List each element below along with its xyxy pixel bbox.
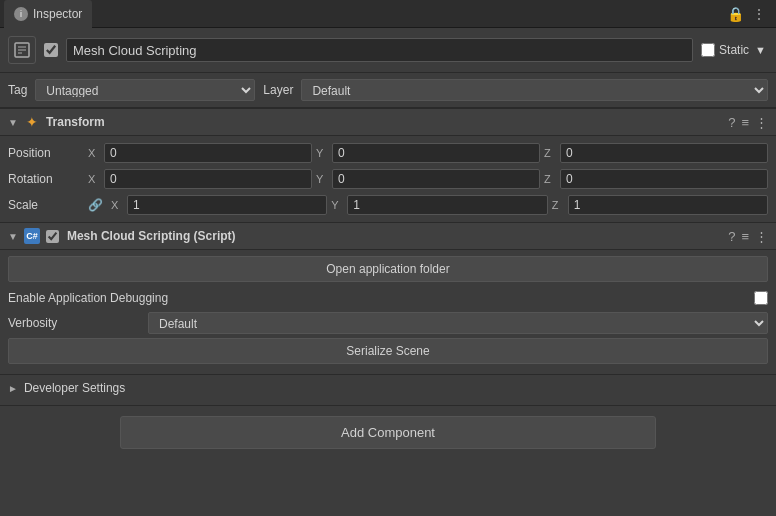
script-settings-button[interactable]: ≡ xyxy=(741,229,749,244)
rot-x-label: X xyxy=(88,173,100,185)
add-component-button[interactable]: Add Component xyxy=(120,416,656,449)
tag-layer-row: Tag Untagged Layer Default xyxy=(0,73,776,108)
tag-label: Tag xyxy=(8,83,27,97)
script-help-button[interactable]: ? xyxy=(728,229,735,244)
object-icon xyxy=(8,36,36,64)
transform-actions: ? ≡ ⋮ xyxy=(728,115,768,130)
verbosity-select[interactable]: Default xyxy=(148,312,768,334)
layer-select[interactable]: Default xyxy=(301,79,768,101)
scale-xyz-group: 🔗 X Y Z xyxy=(88,195,768,215)
rot-x-input[interactable] xyxy=(104,169,312,189)
pos-z-input[interactable] xyxy=(560,143,768,163)
static-label: Static xyxy=(719,43,749,57)
script-title: Mesh Cloud Scripting (Script) xyxy=(67,229,722,243)
script-chevron-icon: ▼ xyxy=(8,231,18,242)
developer-settings-label: Developer Settings xyxy=(24,381,125,395)
scl-z-input[interactable] xyxy=(568,195,768,215)
scale-row: Scale 🔗 X Y Z xyxy=(8,192,768,218)
script-section-header[interactable]: ▼ C# Mesh Cloud Scripting (Script) ? ≡ ⋮ xyxy=(0,222,776,250)
enable-debug-checkbox[interactable] xyxy=(754,291,768,305)
transform-help-button[interactable]: ? xyxy=(728,115,735,130)
enable-debug-label: Enable Application Debugging xyxy=(8,291,754,305)
rot-z-label: Z xyxy=(544,173,556,185)
position-row: Position X Y Z xyxy=(8,140,768,166)
enable-debug-row: Enable Application Debugging xyxy=(8,288,768,308)
script-actions: ? ≡ ⋮ xyxy=(728,229,768,244)
open-folder-button[interactable]: Open application folder xyxy=(8,256,768,282)
scl-z-label: Z xyxy=(552,199,564,211)
script-icon: C# xyxy=(24,228,40,244)
tab-bar: i Inspector 🔒 ⋮ xyxy=(0,0,776,28)
transform-title: Transform xyxy=(46,115,722,129)
rot-y-input[interactable] xyxy=(332,169,540,189)
add-component-area: Add Component xyxy=(0,405,776,459)
position-xyz-group: X Y Z xyxy=(88,143,768,163)
tab-actions: 🔒 ⋮ xyxy=(727,6,772,22)
inspector-tab-label: Inspector xyxy=(33,7,82,21)
rotation-label: Rotation xyxy=(8,172,88,186)
verbosity-row: Verbosity Default xyxy=(8,312,768,334)
transform-icon: ✦ xyxy=(24,114,40,130)
object-name-input[interactable] xyxy=(66,38,693,62)
pos-x-label: X xyxy=(88,147,100,159)
script-body: Open application folder Enable Applicati… xyxy=(0,250,776,374)
lock-button[interactable]: 🔒 xyxy=(727,6,744,22)
static-dropdown-button[interactable]: ▼ xyxy=(753,44,768,56)
layer-label: Layer xyxy=(263,83,293,97)
static-group: Static ▼ xyxy=(701,43,768,57)
rot-y-label: Y xyxy=(316,173,328,185)
scl-y-label: Y xyxy=(331,199,343,211)
inspector-tab[interactable]: i Inspector xyxy=(4,0,92,28)
pos-y-label: Y xyxy=(316,147,328,159)
tab-menu-button[interactable]: ⋮ xyxy=(752,6,766,22)
pos-z-label: Z xyxy=(544,147,556,159)
serialize-scene-button[interactable]: Serialize Scene xyxy=(8,338,768,364)
scale-lock-icon: 🔗 xyxy=(88,198,103,212)
script-menu-button[interactable]: ⋮ xyxy=(755,229,768,244)
tag-select[interactable]: Untagged xyxy=(35,79,255,101)
rotation-row: Rotation X Y Z xyxy=(8,166,768,192)
transform-body: Position X Y Z Rotation X Y Z Scale 🔗 X … xyxy=(0,136,776,222)
pos-x-input[interactable] xyxy=(104,143,312,163)
scl-x-label: X xyxy=(111,199,123,211)
object-header: Static ▼ xyxy=(0,28,776,73)
transform-section-header[interactable]: ▼ ✦ Transform ? ≡ ⋮ xyxy=(0,108,776,136)
developer-settings-header[interactable]: ► Developer Settings xyxy=(0,374,776,401)
scl-y-input[interactable] xyxy=(347,195,547,215)
transform-menu-button[interactable]: ⋮ xyxy=(755,115,768,130)
object-enabled-checkbox[interactable] xyxy=(44,43,58,57)
pos-y-input[interactable] xyxy=(332,143,540,163)
rot-z-input[interactable] xyxy=(560,169,768,189)
scale-label: Scale xyxy=(8,198,88,212)
dev-settings-chevron-icon: ► xyxy=(8,383,18,394)
script-enabled-checkbox[interactable] xyxy=(46,230,59,243)
static-checkbox[interactable] xyxy=(701,43,715,57)
transform-settings-button[interactable]: ≡ xyxy=(741,115,749,130)
transform-chevron-icon: ▼ xyxy=(8,117,18,128)
inspector-tab-icon: i xyxy=(14,7,28,21)
rotation-xyz-group: X Y Z xyxy=(88,169,768,189)
scl-x-input[interactable] xyxy=(127,195,327,215)
verbosity-label: Verbosity xyxy=(8,316,148,330)
position-label: Position xyxy=(8,146,88,160)
